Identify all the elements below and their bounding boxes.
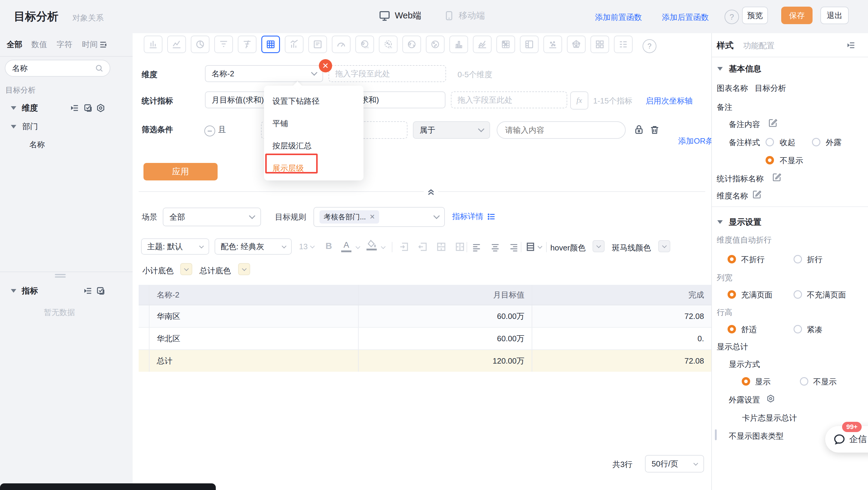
- resize-handle[interactable]: [55, 277, 66, 278]
- basic-info-section[interactable]: 基本信息: [717, 63, 761, 74]
- preview-button[interactable]: 预览: [742, 7, 768, 24]
- tab-mobile[interactable]: 移动端: [444, 10, 485, 22]
- tab-function-config[interactable]: 功能配置: [743, 40, 775, 51]
- bar-chart-icon[interactable]: [144, 36, 162, 53]
- scatter-chart-icon[interactable]: [544, 36, 562, 53]
- radio-compact-label[interactable]: 紧凑: [807, 324, 823, 335]
- chart-name-value[interactable]: 目标分析: [755, 83, 786, 93]
- split-rows-icon[interactable]: [436, 241, 447, 252]
- remove-condition-icon[interactable]: [204, 125, 215, 136]
- dimension-drop-zone[interactable]: 拖入字段至此处: [329, 65, 446, 82]
- unmerge-cells-icon[interactable]: [417, 241, 428, 252]
- apply-button[interactable]: 应用: [144, 163, 218, 180]
- china-bubble-map-icon[interactable]: CN: [379, 36, 398, 53]
- table-row[interactable]: 华北区 60.00万 0.: [138, 328, 711, 350]
- checkbox-hide-chart-type-label[interactable]: 不显示图表类型: [729, 431, 784, 441]
- tab-all[interactable]: 全部: [7, 39, 22, 50]
- histogram-icon[interactable]: [450, 36, 468, 53]
- radio-compact[interactable]: [794, 325, 802, 334]
- radio-nowrap[interactable]: [727, 255, 736, 263]
- collapse-list-icon[interactable]: [98, 40, 108, 50]
- chat-widget[interactable]: 企信 99+: [825, 426, 868, 453]
- radio-nowrap-label[interactable]: 不折行: [741, 254, 765, 265]
- expose-settings-gear-icon[interactable]: [766, 394, 776, 404]
- font-color-icon[interactable]: A: [341, 240, 351, 252]
- radio-wrap[interactable]: [794, 255, 802, 263]
- caret-down-icon[interactable]: [11, 106, 16, 110]
- caret-down-icon[interactable]: [11, 289, 16, 293]
- align-right-icon[interactable]: [509, 242, 519, 252]
- align-center-icon[interactable]: [490, 242, 500, 252]
- tab-web[interactable]: Web端: [378, 10, 421, 22]
- world-bubble-map-icon[interactable]: [426, 36, 444, 53]
- radio-show-total-label[interactable]: 显示: [755, 377, 771, 387]
- dimension-outdent-icon[interactable]: [70, 103, 80, 113]
- edit-icon[interactable]: [752, 189, 762, 199]
- total-bg-swatch[interactable]: [238, 263, 250, 275]
- tab-string[interactable]: 字符: [57, 39, 72, 50]
- pie-chart-icon[interactable]: [191, 36, 210, 53]
- radio-expose[interactable]: [812, 138, 820, 146]
- radio-nofill-page-label[interactable]: 不充满页面: [807, 290, 846, 300]
- tab-number[interactable]: 数值: [31, 39, 47, 50]
- fill-color-icon[interactable]: [367, 239, 377, 251]
- table-row[interactable]: 华南区 60.00万 72.08: [138, 305, 711, 328]
- radio-collapse[interactable]: [766, 138, 774, 146]
- funnel-chart-icon[interactable]: [214, 36, 233, 53]
- delete-condition-icon[interactable]: [649, 124, 660, 135]
- panel-collapse-icon[interactable]: [846, 40, 856, 50]
- chevron-down-icon[interactable]: [355, 244, 361, 249]
- chart-help-icon[interactable]: ?: [643, 39, 656, 53]
- pivot-table-icon[interactable]: [496, 36, 515, 53]
- gauge-chart-icon[interactable]: [332, 36, 350, 53]
- metric-detail-link[interactable]: 指标详情: [452, 211, 496, 222]
- dimension-settings-icon[interactable]: [96, 103, 105, 113]
- radio-comfort[interactable]: [727, 325, 736, 334]
- area-chart-icon[interactable]: [473, 36, 492, 53]
- secondary-axis-link[interactable]: 启用次坐标轴: [646, 96, 692, 106]
- radio-hide-note[interactable]: [766, 156, 774, 165]
- lock-icon[interactable]: [633, 124, 644, 135]
- palette-select[interactable]: 配色: 经典灰: [215, 238, 292, 255]
- radio-fill-page[interactable]: [727, 290, 736, 299]
- add-post-function-link[interactable]: 添加后置函数: [662, 12, 709, 23]
- radio-comfort-label[interactable]: 舒适: [741, 324, 757, 335]
- search-input[interactable]: [11, 63, 95, 73]
- table-chart-icon[interactable]: [261, 36, 280, 53]
- add-pre-function-link[interactable]: 添加前置函数: [595, 12, 642, 23]
- col-header-complete[interactable]: 完成: [532, 285, 711, 305]
- radio-expose-label[interactable]: 外露: [826, 137, 841, 148]
- exit-button[interactable]: 退出: [820, 7, 849, 24]
- radar-chart-icon[interactable]: [567, 36, 586, 53]
- collapse-config-icon[interactable]: [424, 185, 438, 198]
- filter-operator-select[interactable]: 属于: [413, 121, 490, 139]
- checkbox-hide-chart-type[interactable]: [715, 429, 717, 440]
- tag-remove-icon[interactable]: ✕: [370, 213, 375, 221]
- split-cols-icon[interactable]: [455, 241, 465, 252]
- tab-style[interactable]: 样式: [717, 40, 734, 51]
- tab-time[interactable]: 时间: [82, 39, 98, 50]
- display-settings-section[interactable]: 显示设置: [717, 217, 761, 228]
- radio-wrap-label[interactable]: 折行: [807, 254, 823, 265]
- hover-color-swatch[interactable]: [592, 240, 604, 252]
- zebra-color-swatch[interactable]: [658, 240, 670, 252]
- fx-formula-icon[interactable]: fx: [570, 91, 588, 110]
- help-icon[interactable]: ?: [724, 10, 739, 24]
- tree-node-name[interactable]: 名称: [29, 139, 45, 150]
- scene-select[interactable]: 全部: [163, 208, 261, 226]
- chevron-down-icon[interactable]: [381, 244, 386, 249]
- menu-item-flatten[interactable]: 平铺: [264, 112, 364, 135]
- row-height-select[interactable]: [525, 241, 541, 252]
- menu-item-drill-path[interactable]: 设置下钻路径: [264, 90, 364, 112]
- radio-nofill-page[interactable]: [794, 290, 802, 299]
- card-table-icon[interactable]: [520, 36, 538, 53]
- combo-chart-icon[interactable]: [285, 36, 304, 53]
- metric-batch-select-icon[interactable]: [96, 286, 105, 296]
- tree-node-dept[interactable]: 部门: [11, 121, 38, 132]
- dimension-batch-select-icon[interactable]: [83, 103, 93, 113]
- bold-icon[interactable]: B: [326, 241, 332, 251]
- save-button[interactable]: 保存: [781, 7, 812, 24]
- edit-icon[interactable]: [768, 118, 778, 128]
- dimension-field-select[interactable]: 名称-2: [205, 65, 323, 82]
- col-header-target[interactable]: 月目标值: [359, 285, 532, 305]
